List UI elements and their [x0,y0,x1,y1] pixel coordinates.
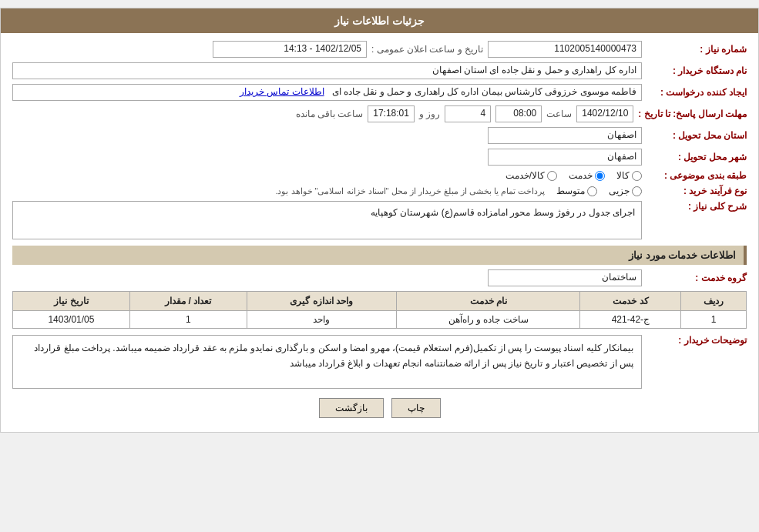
response-deadline-row: مهلت ارسال پاسخ: تا تاریخ : 1402/12/10 س… [12,105,747,122]
buyer-name-row: نام دستگاه خریدار : اداره کل راهداری و ح… [12,62,747,79]
page-container: جزئیات اطلاعات نیاز شماره نیاز : 1102005… [0,8,759,433]
category-kala-radio[interactable] [632,171,642,181]
cell-row: 1 [681,311,747,329]
response-date-value: 1402/12/10 [576,105,633,122]
content-area: شماره نیاز : 1102005140000473 تاریخ و سا… [1,33,758,432]
page-title: جزئیات اطلاعات نیاز [334,15,425,27]
city-label: شهر محل تحویل : [646,152,747,162]
cell-date: 1403/01/05 [13,311,130,329]
requester-value: فاطمه موسوی خرزوقی کارشناس بیمان اداره ک… [12,84,642,101]
page-header: جزئیات اطلاعات نیاز [1,8,758,33]
purchase-type-jozii: جزیی [609,186,642,196]
purchase-motavaset-label: متوسط [556,186,585,196]
category-option-both: کالا/خدمت [505,170,557,181]
contact-link[interactable]: اطلاعات تماس خریدار [240,86,324,97]
cell-quantity: 1 [129,311,247,329]
buyer-name-value: اداره کل راهداری و حمل و نقل جاده ای است… [12,62,642,79]
purchase-motavaset-radio[interactable] [587,186,597,196]
col-name: نام خدمت [397,292,580,311]
purchase-jozii-radio[interactable] [632,186,642,196]
need-number-row: شماره نیاز : 1102005140000473 تاریخ و سا… [12,41,747,58]
purchase-type-row: نوع فرآیند خرید : جزیی متوسط پرداخت تمام… [12,186,747,196]
category-option-kala: کالا [616,170,642,181]
requester-label: ایجاد کننده درخواست : [646,87,747,98]
buyer-name-label: نام دستگاه خریدار : [646,65,747,76]
buyer-notes-row: توضیحات خریدار : بیمانکار کلیه اسناد پیو… [12,335,747,389]
category-row: طبقه بندی موضوعی : کالا خدمت کالا/خدمت [12,170,747,181]
purchase-jozii-label: جزیی [609,186,630,196]
purchase-type-label: نوع فرآیند خرید : [646,186,747,196]
purchase-type-options: جزیی متوسط پرداخت تمام یا بخشی از مبلغ خ… [275,186,642,196]
category-kala-label: کالا [616,170,630,181]
service-group-row: گروه خدمت : ساختمان [12,269,747,286]
col-row: ردیف [681,292,747,311]
category-khedmat-radio[interactable] [595,171,605,181]
table-body: 1ج-42-421ساخت جاده و راه‌آهنواحد11403/01… [13,311,747,329]
category-option-khedmat: خدمت [569,170,605,181]
services-table: ردیف کد خدمت نام خدمت واحد اندازه گیری ت… [12,291,747,329]
action-buttons: چاپ بازگشت [12,398,747,418]
service-group-label: گروه خدمت : [646,273,747,283]
back-button[interactable]: بازگشت [319,398,384,418]
category-both-label: کالا/خدمت [505,170,545,181]
col-unit: واحد اندازه گیری [247,292,396,311]
col-quantity: تعداد / مقدار [129,292,247,311]
need-description-value: اجرای جدول در رفوژ وسط محور امامزاده قاس… [12,201,642,239]
response-deadline-label: مهلت ارسال پاسخ: تا تاریخ : [638,109,747,119]
announcement-label: تاریخ و ساعت اعلان عمومی : [371,44,483,55]
need-number-value: 1102005140000473 [488,41,642,58]
response-days-label: روز و [419,109,440,119]
cell-unit: واحد [247,311,396,329]
city-value: اصفهان [488,149,642,166]
table-header-row: ردیف کد خدمت نام خدمت واحد اندازه گیری ت… [13,292,747,311]
response-days-value: 4 [445,105,491,122]
service-info-header: اطلاعات خدمات مورد نیاز [12,246,747,265]
need-description-label: شرح کلی نیاز : [646,201,747,212]
print-button[interactable]: چاپ [391,398,441,418]
cell-name: ساخت جاده و راه‌آهن [397,311,580,329]
province-value: اصفهان [488,127,642,144]
purchase-type-motavaset: متوسط [556,186,597,196]
buyer-notes-value: بیمانکار کلیه اسناد پیوست را پس از تکمیل… [12,335,642,389]
province-label: استان محل تحویل : [646,130,747,141]
requester-row: ایجاد کننده درخواست : فاطمه موسوی خرزوقی… [12,84,747,101]
response-remaining-value: 17:18:01 [368,105,415,122]
purchase-type-note: پرداخت تمام یا بخشی از مبلغ خریدار از مح… [275,186,545,196]
category-radio-group: کالا خدمت کالا/خدمت [505,170,642,181]
buyer-notes-label: توضیحات خریدار : [646,335,747,346]
table-row: 1ج-42-421ساخت جاده و راه‌آهنواحد11403/01… [13,311,747,329]
province-row: استان محل تحویل : اصفهان [12,127,747,144]
response-time-label: ساعت [546,109,572,119]
need-description-row: شرح کلی نیاز : اجرای جدول در رفوژ وسط مح… [12,201,747,239]
table-header: ردیف کد خدمت نام خدمت واحد اندازه گیری ت… [13,292,747,311]
response-remaining-label: ساعت باقی مانده [296,109,364,119]
col-date: تاریخ نیاز [13,292,130,311]
service-group-value: ساختمان [488,269,642,286]
city-row: شهر محل تحویل : اصفهان [12,149,747,166]
response-time-value: 08:00 [495,105,542,122]
cell-code: ج-42-421 [580,311,681,329]
category-both-radio[interactable] [547,171,557,181]
announcement-value: 1402/12/05 - 14:13 [213,41,367,58]
category-label: طبقه بندی موضوعی : [646,170,747,181]
category-khedmat-label: خدمت [569,170,593,181]
col-code: کد خدمت [580,292,681,311]
need-number-label: شماره نیاز : [646,44,747,55]
